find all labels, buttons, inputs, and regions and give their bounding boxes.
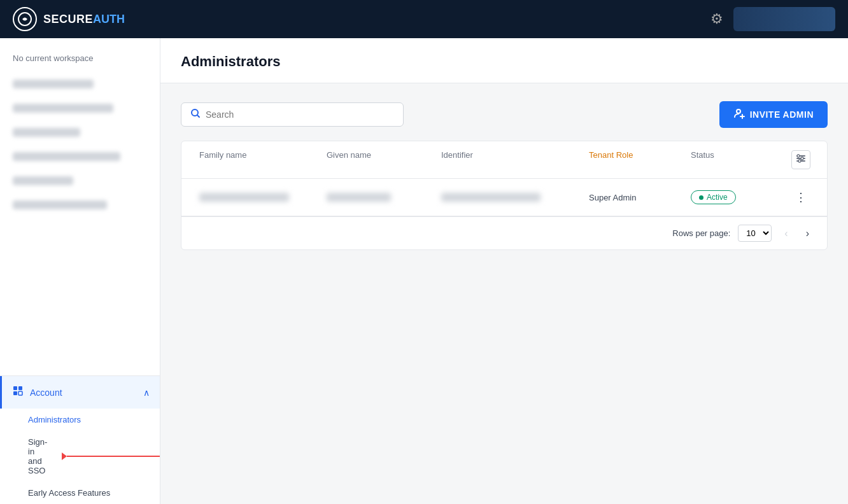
account-icon bbox=[12, 385, 24, 400]
svg-point-11 bbox=[801, 157, 803, 160]
svg-rect-2 bbox=[18, 386, 22, 390]
search-icon bbox=[190, 108, 201, 121]
status-dot bbox=[699, 195, 703, 200]
account-header-left: Account bbox=[12, 385, 62, 400]
col-icon-header bbox=[785, 141, 817, 178]
invite-admin-button[interactable]: INVITE ADMIN bbox=[719, 101, 828, 128]
cell-family-name bbox=[192, 184, 319, 211]
workspace-label: No current workspace bbox=[0, 48, 160, 73]
rows-per-page-select[interactable]: 10 25 50 bbox=[738, 225, 772, 242]
svg-point-12 bbox=[798, 160, 801, 162]
invite-icon bbox=[733, 108, 745, 122]
main-layout: No current workspace bbox=[0, 38, 848, 504]
table-row: Super Admin Active ⋮ bbox=[181, 179, 827, 216]
col-status: Status bbox=[683, 141, 785, 178]
column-settings-button[interactable] bbox=[791, 150, 810, 169]
search-input[interactable] bbox=[206, 109, 394, 120]
account-section: Account ∧ Administrators Sign-in and SSO… bbox=[0, 375, 160, 504]
content-area: Administrators bbox=[160, 38, 848, 504]
content-header: Administrators bbox=[160, 38, 848, 83]
signin-sso-row: Sign-in and SSO bbox=[0, 431, 160, 482]
annotation-arrow bbox=[62, 452, 160, 460]
col-given-name: Given name bbox=[319, 141, 434, 178]
sidebar-blurred-3 bbox=[0, 122, 160, 143]
account-label: Account bbox=[30, 388, 62, 398]
prev-page-button[interactable]: ‹ bbox=[779, 225, 793, 242]
svg-rect-3 bbox=[13, 391, 17, 395]
next-page-button[interactable]: › bbox=[801, 225, 814, 242]
search-box[interactable] bbox=[181, 102, 404, 127]
account-header[interactable]: Account ∧ bbox=[0, 376, 160, 409]
topnav-right: ⚙ bbox=[710, 7, 835, 31]
sidebar-item-early-access[interactable]: Early Access Features bbox=[0, 482, 160, 504]
svg-rect-1 bbox=[13, 386, 17, 390]
table-footer: Rows per page: 10 25 50 ‹ › bbox=[181, 216, 827, 249]
sidebar-item-administrators[interactable]: Administrators bbox=[0, 409, 160, 431]
content-body: INVITE ADMIN Family name Given name Iden… bbox=[160, 83, 848, 268]
gear-icon[interactable]: ⚙ bbox=[710, 11, 723, 27]
invite-admin-label: INVITE ADMIN bbox=[750, 109, 814, 120]
col-identifier: Identifier bbox=[434, 141, 581, 178]
row-more-button[interactable]: ⋮ bbox=[790, 188, 812, 207]
sidebar-blurred-1 bbox=[0, 73, 160, 95]
admin-table: Family name Given name Identifier Tenant… bbox=[181, 141, 828, 250]
toolbar: INVITE ADMIN bbox=[181, 101, 828, 128]
cell-given-name bbox=[319, 184, 434, 211]
svg-rect-4 bbox=[18, 391, 22, 395]
top-navigation: SECUREAUTH ⚙ bbox=[0, 0, 848, 38]
sidebar: No current workspace bbox=[0, 38, 160, 504]
col-family-name: Family name bbox=[192, 141, 319, 178]
cell-identifier bbox=[434, 184, 581, 211]
page-title: Administrators bbox=[181, 53, 828, 70]
status-label: Active bbox=[707, 193, 728, 202]
logo-text: SECUREAUTH bbox=[43, 13, 125, 26]
cell-actions: ⋮ bbox=[785, 179, 817, 216]
chevron-up-icon: ∧ bbox=[143, 388, 150, 398]
sidebar-blurred-4 bbox=[0, 146, 160, 167]
logo-icon bbox=[13, 7, 37, 31]
user-button[interactable] bbox=[733, 7, 835, 31]
logo: SECUREAUTH bbox=[13, 7, 125, 31]
table-header: Family name Given name Identifier Tenant… bbox=[181, 141, 827, 179]
cell-tenant-role: Super Admin bbox=[581, 184, 683, 211]
sidebar-blurred-2 bbox=[0, 97, 160, 119]
sidebar-blurred-6 bbox=[0, 194, 160, 216]
svg-point-10 bbox=[797, 155, 800, 157]
svg-point-6 bbox=[737, 109, 740, 113]
col-tenant-role: Tenant Role bbox=[581, 141, 683, 178]
cell-status: Active bbox=[683, 181, 785, 213]
status-badge: Active bbox=[691, 190, 736, 204]
sidebar-blurred-5 bbox=[0, 170, 160, 192]
rows-per-page-label: Rows per page: bbox=[672, 228, 730, 238]
signin-sso-label[interactable]: Sign-in and SSO bbox=[0, 431, 60, 482]
